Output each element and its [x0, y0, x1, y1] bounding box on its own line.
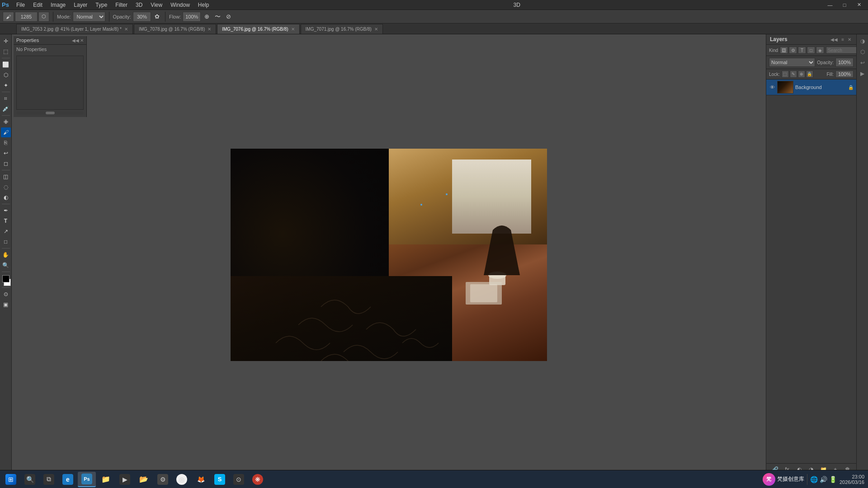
- sidebar-styles-icon[interactable]: ⬡: [858, 47, 868, 57]
- tab-img7071[interactable]: IMG_7071.jpg @ 16.7% (RGB/8) ✕: [301, 24, 383, 34]
- zoom-tool[interactable]: 🔍: [1, 260, 11, 270]
- type-tool[interactable]: T: [1, 216, 11, 226]
- lock-pixels-btn[interactable]: ⬚: [782, 70, 789, 78]
- sidebar-history-icon[interactable]: ↩: [858, 58, 868, 68]
- taskbar-app-btn[interactable]: ⊙: [230, 472, 248, 487]
- gradient-tool[interactable]: ◫: [1, 172, 11, 182]
- menu-layer[interactable]: Layer: [70, 1, 91, 9]
- quick-mask-btn[interactable]: ⊙: [1, 289, 11, 299]
- taskbar-media-btn[interactable]: ▶: [116, 472, 134, 487]
- clone-tool[interactable]: ⎘: [1, 138, 11, 148]
- battery-icon[interactable]: 🔋: [829, 476, 837, 483]
- canvas-area[interactable]: Properties ◀◀ ✕ No Properties: [12, 34, 766, 475]
- taskbar-task-view[interactable]: ⧉: [40, 472, 58, 487]
- history-brush-tool[interactable]: ↩: [1, 148, 11, 158]
- layers-opacity-input[interactable]: [835, 58, 854, 67]
- kind-smart-btn[interactable]: ◈: [816, 47, 824, 54]
- panel-close-btn[interactable]: ✕: [80, 38, 84, 43]
- tab-img7076[interactable]: IMG_7076.jpg @ 16.7% (RGB/8) ✕: [217, 24, 299, 34]
- tab-close-2[interactable]: ✕: [208, 27, 211, 32]
- network-icon[interactable]: 🌐: [810, 476, 818, 483]
- properties-panel: Properties ◀◀ ✕ No Properties: [14, 36, 87, 117]
- layers-close-btn[interactable]: ✕: [846, 37, 853, 42]
- angle-btn[interactable]: ⊘: [224, 12, 233, 21]
- tab-close-3[interactable]: ✕: [291, 27, 295, 32]
- layer-item-background[interactable]: 👁 Background 🔒: [766, 80, 856, 95]
- taskbar-skype-btn[interactable]: S: [211, 472, 229, 487]
- menu-3d[interactable]: 3D: [132, 1, 146, 9]
- properties-panel-header[interactable]: Properties ◀◀ ✕: [14, 36, 86, 45]
- menu-edit[interactable]: Edit: [29, 1, 46, 9]
- clock[interactable]: 23:00 2026/03/16: [840, 474, 864, 485]
- brush-size-input[interactable]: [15, 12, 38, 22]
- smooth-btn[interactable]: 〜: [213, 12, 222, 22]
- minimize-button[interactable]: —: [823, 0, 837, 10]
- taskbar-photoshop-btn[interactable]: Ps: [78, 472, 96, 487]
- lasso-tool[interactable]: ⬡: [1, 70, 11, 80]
- layers-menu-btn[interactable]: ≡: [840, 37, 845, 42]
- artboard-tool[interactable]: ⬚: [1, 47, 11, 56]
- taskbar-firefox-btn[interactable]: 🦊: [192, 472, 210, 487]
- tab-img7078[interactable]: IMG_7078.jpg @ 16.7% (RGB/8) ✕: [134, 24, 216, 34]
- tab-close-4[interactable]: ✕: [374, 27, 378, 32]
- kind-pixel-btn[interactable]: 🖼: [780, 47, 788, 54]
- menu-window[interactable]: Window: [167, 1, 193, 9]
- brush-preset-btn[interactable]: 🖌: [3, 12, 14, 22]
- mode-select[interactable]: Normal Dissolve Multiply Screen: [73, 12, 105, 22]
- taskbar-folder-btn[interactable]: 📂: [135, 472, 153, 487]
- flow-tablet-btn[interactable]: ⊕: [203, 12, 211, 21]
- fill-input[interactable]: [835, 70, 854, 78]
- maximize-button[interactable]: □: [837, 0, 852, 10]
- tab-img7053[interactable]: IMG_7053 2.jpg @ 41% (Layer 1, Layer Mas…: [16, 24, 133, 34]
- move-tool[interactable]: ✛: [1, 36, 11, 46]
- taskbar-tool-btn[interactable]: ⚙: [154, 472, 172, 487]
- kind-shape-btn[interactable]: □: [807, 47, 815, 54]
- foreground-color[interactable]: [2, 275, 9, 282]
- panel-expand-btn[interactable]: ◀◀: [72, 38, 79, 43]
- heal-tool[interactable]: ✙: [1, 117, 11, 127]
- close-button[interactable]: ✕: [852, 0, 866, 10]
- menu-file[interactable]: File: [13, 1, 28, 9]
- kind-adjust-btn[interactable]: ⚙: [789, 47, 797, 54]
- menu-image[interactable]: Image: [47, 1, 69, 9]
- layers-collapse-btn[interactable]: ◀◀: [829, 37, 839, 42]
- layer-visibility-btn[interactable]: 👁: [769, 84, 775, 90]
- canvas-image[interactable]: [231, 149, 547, 361]
- menu-filter[interactable]: Filter: [112, 1, 131, 9]
- lock-all-btn[interactable]: 🔒: [806, 70, 813, 78]
- tab-close-1[interactable]: ✕: [124, 27, 128, 32]
- brush-tool[interactable]: 🖌: [1, 127, 11, 137]
- taskbar-edge-btn[interactable]: e: [59, 472, 77, 487]
- hand-tool[interactable]: ✋: [1, 250, 11, 260]
- lock-position-btn[interactable]: ✎: [790, 70, 797, 78]
- pen-tool[interactable]: ✒: [1, 206, 11, 216]
- menu-type[interactable]: Type: [92, 1, 111, 9]
- path-select-tool[interactable]: ↗: [1, 226, 11, 236]
- screen-mode-btn[interactable]: ▣: [1, 300, 11, 310]
- taskbar-app2-btn[interactable]: ❋: [249, 472, 267, 487]
- taskbar-chrome-btn[interactable]: ◎: [173, 472, 191, 487]
- lock-artboard-btn[interactable]: ⊕: [798, 70, 805, 78]
- blend-mode-select[interactable]: Normal Dissolve Multiply Screen Overlay: [769, 58, 815, 67]
- shape-tool[interactable]: □: [1, 237, 11, 247]
- sidebar-adjustments-icon[interactable]: ◑: [858, 36, 868, 46]
- kind-type-btn[interactable]: T: [798, 47, 806, 54]
- crop-tool[interactable]: ⌗: [1, 94, 11, 103]
- dodge-tool[interactable]: ◐: [1, 192, 11, 202]
- eyedropper-tool[interactable]: 💉: [1, 104, 11, 114]
- volume-icon[interactable]: 🔊: [820, 476, 827, 483]
- sidebar-actions-icon[interactable]: ▶: [858, 69, 868, 79]
- taskbar-search[interactable]: 🔍: [21, 472, 39, 487]
- menu-help[interactable]: Help: [194, 1, 213, 9]
- airbrush-btn[interactable]: ✿: [153, 12, 161, 21]
- marquee-tool[interactable]: ⬜: [1, 60, 11, 70]
- menu-view[interactable]: View: [147, 1, 166, 9]
- eraser-tool[interactable]: ◻: [1, 159, 11, 169]
- magic-wand-tool[interactable]: ✦: [1, 80, 11, 90]
- opacity-input[interactable]: [133, 12, 151, 22]
- taskbar-explorer-btn[interactable]: 📁: [97, 472, 115, 487]
- blur-tool[interactable]: ◌: [1, 182, 11, 192]
- flow-input[interactable]: [183, 12, 201, 22]
- brush-options-btn[interactable]: ⬡: [38, 12, 49, 22]
- taskbar-start-btn[interactable]: ⊞: [2, 472, 20, 487]
